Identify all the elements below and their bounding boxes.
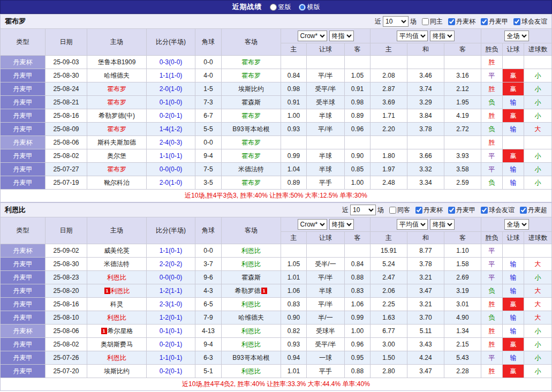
away-team[interactable]: 利恩比 bbox=[222, 244, 281, 258]
score[interactable]: 1-2(1-1) bbox=[147, 284, 195, 298]
match-row: 丹麦甲25-08-16希勒罗德(中)0-2(0-1)6-7霍布罗1.00半球0.… bbox=[1, 109, 552, 123]
filter-checkbox[interactable] bbox=[389, 207, 396, 214]
home-team[interactable]: 1利恩比 bbox=[87, 284, 147, 298]
filter-option[interactable]: 球会友谊 bbox=[513, 17, 547, 26]
away-team[interactable]: 哈维德夫 bbox=[222, 311, 281, 325]
filter-option[interactable]: 丹麦甲 bbox=[481, 17, 508, 26]
away-team[interactable]: 希勒罗德1 bbox=[222, 284, 281, 298]
filter-checkbox[interactable] bbox=[520, 207, 527, 214]
layout-vertical-option[interactable]: 竖版 bbox=[270, 3, 291, 12]
filter-option[interactable]: 同客 bbox=[389, 206, 410, 215]
score[interactable]: 2-4(0-3) bbox=[147, 136, 195, 149]
home-team[interactable]: 利恩比 bbox=[87, 271, 147, 284]
away-team[interactable]: 霍森斯 bbox=[222, 271, 281, 284]
score[interactable]: 0-1(0-1) bbox=[147, 325, 195, 338]
vertical-layout-radio[interactable] bbox=[270, 4, 277, 11]
away-team[interactable]: 霍布罗 bbox=[222, 109, 281, 123]
odds-stage-select[interactable]: 终指 bbox=[329, 31, 354, 41]
scope-select[interactable]: 全场 bbox=[504, 219, 529, 230]
near-label: 近 bbox=[375, 17, 381, 26]
score[interactable]: 0-2(0-1) bbox=[147, 338, 195, 351]
match-count-select[interactable]: 10 bbox=[383, 16, 409, 27]
away-team[interactable]: 霍布罗 bbox=[222, 136, 281, 149]
score[interactable]: 1-1(0-1) bbox=[147, 244, 195, 258]
home-team[interactable]: 威美伦英 bbox=[87, 244, 147, 258]
home-team[interactable]: 霍布罗 bbox=[87, 123, 147, 136]
score[interactable]: 1-2(0-1) bbox=[147, 311, 195, 325]
away-team[interactable]: 利恩比 bbox=[222, 298, 281, 311]
home-team[interactable]: 希勒罗德(中) bbox=[87, 109, 147, 123]
home-team-name: 斯科夫斯加德 bbox=[97, 139, 136, 146]
home-team[interactable]: 斯科夫斯加德 bbox=[87, 136, 147, 149]
score[interactable]: 0-2(0-1) bbox=[147, 365, 195, 378]
match-count-select[interactable]: 10 bbox=[350, 205, 376, 215]
filter-checkbox[interactable] bbox=[415, 207, 422, 214]
home-team[interactable]: 靴尔科治 bbox=[87, 176, 147, 190]
filter-option[interactable]: 丹麦超 bbox=[520, 206, 547, 215]
filter-checkbox[interactable] bbox=[448, 207, 455, 214]
score[interactable]: 2-0(1-0) bbox=[147, 176, 195, 190]
filter-option[interactable]: 丹麦杯 bbox=[448, 17, 475, 26]
home-team[interactable]: 霍布罗 bbox=[87, 82, 147, 96]
home-team[interactable]: 利恩比 bbox=[87, 351, 147, 365]
home-team[interactable]: 哈维德夫 bbox=[87, 69, 147, 82]
bookmaker-select[interactable]: Crow* bbox=[298, 219, 327, 230]
filter-checkbox[interactable] bbox=[422, 18, 429, 25]
filter-checkbox[interactable] bbox=[513, 18, 520, 25]
home-team[interactable]: 科灵 bbox=[87, 298, 147, 311]
score[interactable]: 0-2(0-1) bbox=[147, 109, 195, 123]
average-stage-select[interactable]: 终指 bbox=[430, 31, 455, 41]
filter-option[interactable]: 球会友谊 bbox=[481, 206, 515, 215]
score[interactable]: 0-0(0-0) bbox=[147, 163, 195, 176]
away-team[interactable]: 米德法特 bbox=[222, 163, 281, 176]
score[interactable]: 1-1(0-1) bbox=[147, 149, 195, 163]
column-header: 主场 bbox=[87, 217, 147, 244]
average-select[interactable]: 平均值 bbox=[397, 31, 428, 41]
away-team[interactable]: 霍布罗 bbox=[222, 149, 281, 163]
bookmaker-select[interactable]: Crow* bbox=[298, 31, 327, 41]
home-team[interactable]: 堡鲁本B1909 bbox=[87, 56, 147, 69]
odds-stage-select[interactable]: 终指 bbox=[329, 219, 354, 230]
filter-option[interactable]: 丹麦甲 bbox=[448, 206, 475, 215]
score[interactable]: 0-3(0-0) bbox=[147, 56, 195, 69]
home-team[interactable]: 埃斯比约 bbox=[87, 365, 147, 378]
score[interactable]: 0-0(0-0) bbox=[147, 271, 195, 284]
filter-checkbox[interactable] bbox=[481, 18, 488, 25]
away-team[interactable]: 霍布罗 bbox=[222, 56, 281, 69]
away-team[interactable]: 霍布罗 bbox=[222, 176, 281, 190]
filter-option[interactable]: 同主 bbox=[422, 17, 443, 26]
home-team[interactable]: 霍布罗 bbox=[87, 96, 147, 109]
filter-option[interactable]: 丹麦杯 bbox=[415, 206, 443, 215]
away-team[interactable]: 霍布罗 bbox=[222, 69, 281, 82]
home-team[interactable]: 奥胡斯费马 bbox=[87, 338, 147, 351]
home-team[interactable]: 利恩比 bbox=[87, 311, 147, 325]
away-team[interactable]: B93哥本哈根 bbox=[222, 123, 281, 136]
score[interactable]: 2-2(0-2) bbox=[147, 258, 195, 271]
away-team[interactable]: 利恩比 bbox=[222, 325, 281, 338]
score[interactable]: 1-1(1-0) bbox=[147, 69, 195, 82]
score[interactable]: 1-4(1-2) bbox=[147, 123, 195, 136]
average-stage-select[interactable]: 终指 bbox=[430, 219, 455, 230]
away-team[interactable]: 利恩比 bbox=[222, 258, 281, 271]
score[interactable]: 2-3(1-0) bbox=[147, 298, 195, 311]
away-team[interactable]: 埃斯比约 bbox=[222, 82, 281, 96]
home-team[interactable]: 霍布罗 bbox=[87, 163, 147, 176]
away-team[interactable]: 利恩比 bbox=[222, 338, 281, 351]
layout-horizontal-option[interactable]: 横版 bbox=[299, 3, 320, 12]
score[interactable]: 1-1(0-1) bbox=[147, 351, 195, 365]
filter-checkbox[interactable] bbox=[448, 18, 455, 25]
score[interactable]: 0-1(0-0) bbox=[147, 96, 195, 109]
filter-checkbox[interactable] bbox=[481, 207, 488, 214]
horizontal-layout-radio[interactable] bbox=[299, 4, 306, 11]
home-team[interactable]: 1希尔星格 bbox=[87, 325, 147, 338]
average-select[interactable]: 平均值 bbox=[397, 219, 428, 230]
away-team[interactable]: B93哥本哈根 bbox=[222, 351, 281, 365]
home-team[interactable]: 奥尔堡 bbox=[87, 149, 147, 163]
away-team[interactable]: 利恩比 bbox=[222, 365, 281, 378]
sub-column-header: 让球 bbox=[503, 43, 524, 56]
sub-column-header: 和 bbox=[407, 232, 444, 244]
home-team[interactable]: 米德法特 bbox=[87, 258, 147, 271]
away-team[interactable]: 霍森斯 bbox=[222, 96, 281, 109]
scope-select[interactable]: 全场 bbox=[504, 31, 529, 41]
score[interactable]: 2-0(1-0) bbox=[147, 82, 195, 96]
